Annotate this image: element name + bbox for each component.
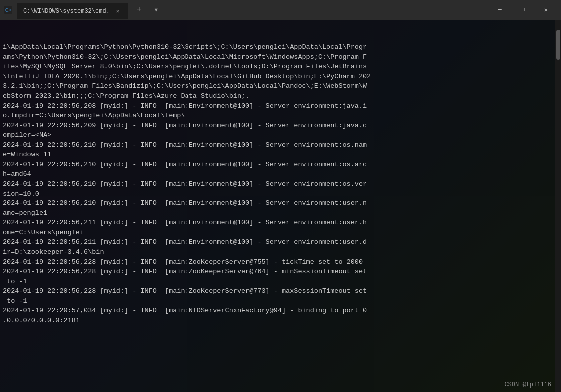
terminal-line: \IntelliJ IDEA 2020.1\bin;;C:\Users\peng… — [3, 72, 558, 82]
cmd-icon: C> — [4, 5, 13, 14]
svg-text:C>: C> — [5, 7, 12, 13]
terminal-output: i\AppData\Local\Programs\Python\Python31… — [0, 22, 561, 326]
add-tab-button[interactable]: + — [132, 3, 146, 17]
terminal-line: ome=C:\Users\penglei — [3, 228, 558, 238]
active-tab[interactable]: C:\WINDOWS\system32\cmd. ✕ — [17, 3, 128, 19]
terminal-line: ams\Python\Python310-32\;C:\Users\pengle… — [3, 52, 558, 62]
tab-title: C:\WINDOWS\system32\cmd. — [23, 8, 110, 15]
terminal-line: to -1 — [3, 277, 558, 287]
terminal-line: h=amd64 — [3, 169, 558, 179]
titlebar-left: C> C:\WINDOWS\system32\cmd. ✕ + ▾ — [4, 1, 488, 19]
terminal-line: ebStorm 2023.2\bin;;;C:\Program Files\Az… — [3, 91, 558, 101]
terminal-line: ir=D:\zookeeper-3.4.6\bin — [3, 247, 558, 257]
terminal-line: 2024-01-19 22:20:57,034 [myid:] - INFO [… — [3, 306, 558, 316]
close-button[interactable]: ✕ — [534, 0, 557, 20]
terminal-line: to -1 — [3, 296, 558, 306]
terminal-line: 2024-01-19 22:20:56,208 [myid:] - INFO [… — [3, 101, 558, 111]
terminal-line: 2024-01-19 22:20:56,210 [myid:] - INFO [… — [3, 198, 558, 208]
terminal-line: .0.0.0/0.0.0.0:2181 — [3, 316, 558, 326]
titlebar: C> C:\WINDOWS\system32\cmd. ✕ + ▾ ─ □ ✕ — [0, 0, 561, 20]
terminal-line: iles\MySQL\MySQL Server 8.0\bin\;C:\User… — [3, 62, 558, 72]
terminal-line: 2024-01-19 22:20:56,228 [myid:] - INFO [… — [3, 257, 558, 267]
terminal-line: 2024-01-19 22:20:56,211 [myid:] - INFO [… — [3, 237, 558, 247]
tab-dropdown-button[interactable]: ▾ — [150, 4, 162, 16]
scrollbar[interactable] — [555, 20, 561, 392]
watermark-text: CSDN @fpl1116 — [504, 381, 551, 388]
scrollbar-thumb[interactable] — [556, 30, 560, 60]
terminal-line: 2024-01-19 22:20:56,211 [myid:] - INFO [… — [3, 218, 558, 228]
terminal-line: o.tmpdir=C:\Users\penglei\AppData\Local\… — [3, 111, 558, 121]
minimize-button[interactable]: ─ — [488, 0, 511, 20]
terminal-line: 2024-01-19 22:20:56,210 [myid:] - INFO [… — [3, 140, 558, 150]
terminal-line: 2024-01-19 22:20:56,228 [myid:] - INFO [… — [3, 267, 558, 277]
terminal-line: 2024-01-19 22:20:56,209 [myid:] - INFO [… — [3, 121, 558, 131]
terminal-line: 2024-01-19 22:20:56,210 [myid:] - INFO [… — [3, 179, 558, 189]
terminal-line: sion=10.0 — [3, 189, 558, 199]
terminal-line: 3.2.1\bin;;C:\Program Files\Bandizip\;C:… — [3, 81, 558, 91]
terminal-line: ompiler=<NA> — [3, 130, 558, 140]
terminal-line: 2024-01-19 22:20:56,228 [myid:] - INFO [… — [3, 286, 558, 296]
terminal-window: i\AppData\Local\Programs\Python\Python31… — [0, 20, 561, 392]
terminal-line: i\AppData\Local\Programs\Python\Python31… — [3, 42, 558, 52]
terminal-line: ame=penglei — [3, 208, 558, 218]
restore-button[interactable]: □ — [511, 0, 534, 20]
terminal-line: 2024-01-19 22:20:56,210 [myid:] - INFO [… — [3, 160, 558, 170]
terminal-line: e=Windows 11 — [3, 150, 558, 160]
tab-close-button[interactable]: ✕ — [114, 7, 122, 15]
window-controls: ─ □ ✕ — [488, 0, 557, 20]
